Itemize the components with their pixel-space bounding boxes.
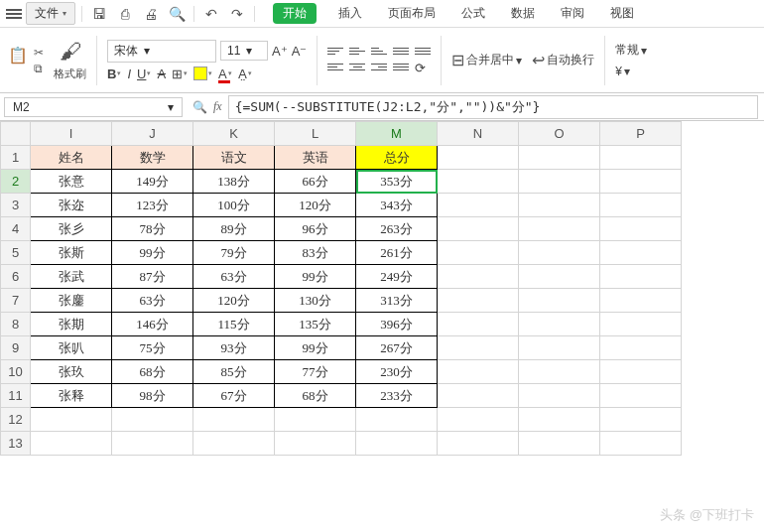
cell-L12[interactable]: [275, 408, 356, 432]
cell-I4[interactable]: 张彡: [31, 217, 112, 241]
cell-J6[interactable]: 87分: [112, 265, 193, 289]
cell-M1[interactable]: 总分: [356, 146, 438, 170]
cell-I7[interactable]: 张鏖: [31, 289, 112, 313]
cell-I12[interactable]: [31, 408, 112, 432]
formula-input[interactable]: {=SUM(--SUBSTITUTE(J2:L2,"分",""))&"分"}: [228, 95, 758, 119]
cell-N12[interactable]: [438, 408, 519, 432]
indent-left-icon[interactable]: [393, 45, 409, 57]
cell-L7[interactable]: 130分: [275, 289, 356, 313]
cell-P9[interactable]: [600, 336, 682, 360]
row-header-3[interactable]: 3: [1, 194, 31, 217]
cell-L6[interactable]: 99分: [275, 265, 356, 289]
row-header-2[interactable]: 2: [1, 170, 31, 194]
cell-O8[interactable]: [519, 313, 600, 336]
font-size-select[interactable]: 11▾: [220, 41, 268, 61]
cell-J9[interactable]: 75分: [112, 336, 193, 360]
cell-M11[interactable]: 233分: [356, 384, 438, 408]
cell-L11[interactable]: 68分: [275, 384, 356, 408]
search-icon[interactable]: 🔍: [192, 100, 207, 114]
increase-font-icon[interactable]: A⁺: [272, 44, 288, 59]
cell-O3[interactable]: [519, 194, 600, 217]
tab-page-layout[interactable]: 页面布局: [384, 3, 440, 24]
tab-data[interactable]: 数据: [507, 3, 539, 24]
cell-N4[interactable]: [438, 217, 519, 241]
cell-P11[interactable]: [600, 384, 682, 408]
cell-J4[interactable]: 78分: [112, 217, 193, 241]
cell-O5[interactable]: [519, 241, 600, 265]
cell-J7[interactable]: 63分: [112, 289, 193, 313]
align-right-icon[interactable]: [371, 61, 387, 72]
cell-N6[interactable]: [438, 265, 519, 289]
cell-J1[interactable]: 数学: [112, 146, 193, 170]
cell-L10[interactable]: 77分: [275, 360, 356, 384]
cell-M8[interactable]: 396分: [356, 313, 438, 336]
cell-K2[interactable]: 138分: [193, 170, 275, 194]
cell-J5[interactable]: 99分: [112, 241, 193, 265]
column-header-K[interactable]: K: [193, 122, 275, 146]
cell-L4[interactable]: 96分: [275, 217, 356, 241]
row-header-10[interactable]: 10: [1, 360, 31, 384]
cell-I1[interactable]: 姓名: [31, 146, 112, 170]
cell-M7[interactable]: 313分: [356, 289, 438, 313]
wrap-text-button[interactable]: ↩ 自动换行: [532, 51, 594, 69]
bold-button[interactable]: B▾: [107, 66, 121, 81]
tab-review[interactable]: 审阅: [557, 3, 588, 24]
cell-K9[interactable]: 93分: [193, 336, 275, 360]
cell-O1[interactable]: [519, 146, 600, 170]
column-header-P[interactable]: P: [600, 122, 682, 146]
cell-M13[interactable]: [356, 432, 438, 456]
cell-P2[interactable]: [600, 170, 682, 194]
indent-right-icon[interactable]: [415, 45, 431, 57]
cell-L13[interactable]: [275, 432, 356, 456]
cell-M10[interactable]: 230分: [356, 360, 438, 384]
cell-O7[interactable]: [519, 289, 600, 313]
cell-P8[interactable]: [600, 313, 682, 336]
tab-home[interactable]: 开始: [273, 3, 317, 24]
cell-K11[interactable]: 67分: [193, 384, 275, 408]
cell-P12[interactable]: [600, 408, 682, 432]
font-name-select[interactable]: 宋体▾: [107, 40, 216, 63]
menu-icon[interactable]: [6, 9, 22, 19]
tab-insert[interactable]: 插入: [334, 3, 366, 24]
underline-button[interactable]: U▾: [137, 66, 151, 81]
cell-O4[interactable]: [519, 217, 600, 241]
cell-I3[interactable]: 张迩: [31, 194, 112, 217]
undo-icon[interactable]: ↶: [200, 3, 222, 25]
cell-M9[interactable]: 267分: [356, 336, 438, 360]
cell-L1[interactable]: 英语: [275, 146, 356, 170]
cell-N8[interactable]: [438, 313, 519, 336]
currency-button[interactable]: ¥▾: [615, 65, 647, 78]
cell-I5[interactable]: 张斯: [31, 241, 112, 265]
row-header-12[interactable]: 12: [1, 408, 31, 432]
fx-icon[interactable]: fx: [213, 99, 222, 114]
cell-N13[interactable]: [438, 432, 519, 456]
cell-M2[interactable]: 353分: [356, 170, 438, 194]
orientation-button[interactable]: ⟳: [415, 61, 426, 75]
cell-K5[interactable]: 79分: [193, 241, 275, 265]
cell-P6[interactable]: [600, 265, 682, 289]
cell-N10[interactable]: [438, 360, 519, 384]
cell-I9[interactable]: 张叭: [31, 336, 112, 360]
number-format-select[interactable]: 常规▾: [615, 42, 647, 59]
cell-L9[interactable]: 99分: [275, 336, 356, 360]
column-header-J[interactable]: J: [112, 122, 193, 146]
phonetic-button[interactable]: A̤▾: [238, 66, 252, 81]
row-header-11[interactable]: 11: [1, 384, 31, 408]
column-header-L[interactable]: L: [275, 122, 356, 146]
align-top-icon[interactable]: [327, 45, 343, 57]
cell-O6[interactable]: [519, 265, 600, 289]
fill-color-button[interactable]: ▾: [193, 66, 212, 80]
cell-O12[interactable]: [519, 408, 600, 432]
cell-L2[interactable]: 66分: [275, 170, 356, 194]
cell-M3[interactable]: 343分: [356, 194, 438, 217]
cell-K1[interactable]: 语文: [193, 146, 275, 170]
cell-P7[interactable]: [600, 289, 682, 313]
cell-J2[interactable]: 149分: [112, 170, 193, 194]
column-header-I[interactable]: I: [31, 122, 112, 146]
border-button[interactable]: ⊞▾: [172, 66, 188, 81]
cell-K4[interactable]: 89分: [193, 217, 275, 241]
column-header-O[interactable]: O: [519, 122, 600, 146]
row-header-6[interactable]: 6: [1, 265, 31, 289]
cell-N9[interactable]: [438, 336, 519, 360]
cell-K6[interactable]: 63分: [193, 265, 275, 289]
